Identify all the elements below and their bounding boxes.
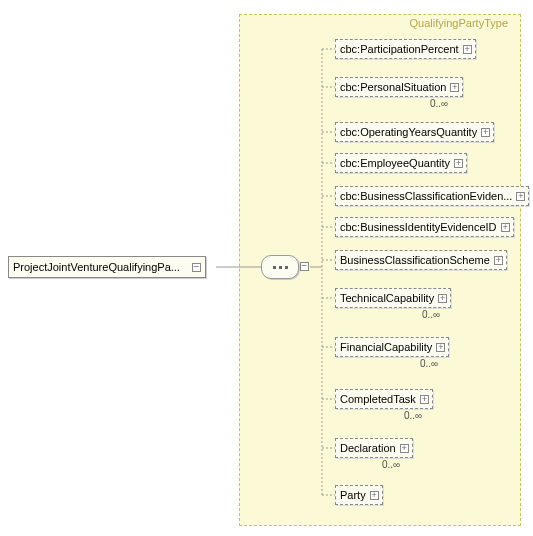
element-label: cbc:OperatingYearsQuantity <box>340 126 477 138</box>
cardinality-label: 0..∞ <box>430 98 448 109</box>
expand-icon[interactable] <box>463 45 472 54</box>
element-label: CompletedTask <box>340 393 416 405</box>
cardinality-label: 0..∞ <box>382 459 400 470</box>
root-collapse-icon[interactable] <box>192 263 201 272</box>
sequence-compositor[interactable] <box>261 255 299 279</box>
element-technical-capability[interactable]: TechnicalCapability <box>335 288 451 308</box>
expand-icon[interactable] <box>420 395 429 404</box>
element-label: Declaration <box>340 442 396 454</box>
element-business-classification-evidence[interactable]: cbc:BusinessClassificationEviden... <box>335 186 529 206</box>
element-label: cbc:ParticipationPercent <box>340 43 459 55</box>
root-element-node[interactable]: ProjectJointVentureQualifyingPa... <box>8 256 206 278</box>
expand-icon[interactable] <box>400 444 409 453</box>
element-label: TechnicalCapability <box>340 292 434 304</box>
element-label: cbc:EmployeeQuantity <box>340 157 450 169</box>
expand-icon[interactable] <box>454 159 463 168</box>
expand-icon[interactable] <box>494 256 503 265</box>
element-completed-task[interactable]: CompletedTask <box>335 389 433 409</box>
element-label: cbc:BusinessIdentityEvidenceID <box>340 221 497 233</box>
element-business-identity-evidence-id[interactable]: cbc:BusinessIdentityEvidenceID <box>335 217 514 237</box>
cardinality-label: 0..∞ <box>422 309 440 320</box>
element-declaration[interactable]: Declaration <box>335 438 413 458</box>
expand-icon[interactable] <box>481 128 490 137</box>
expand-icon[interactable] <box>450 83 459 92</box>
type-container-label: QualifyingPartyType <box>406 13 512 33</box>
element-participation-percent[interactable]: cbc:ParticipationPercent <box>335 39 476 59</box>
element-personal-situation[interactable]: cbc:PersonalSituation <box>335 77 463 97</box>
element-label: BusinessClassificationScheme <box>340 254 490 266</box>
sequence-dots-icon <box>273 266 288 269</box>
element-label: Party <box>340 489 366 501</box>
cardinality-label: 0..∞ <box>404 410 422 421</box>
expand-icon[interactable] <box>516 192 525 201</box>
element-operating-years-quantity[interactable]: cbc:OperatingYearsQuantity <box>335 122 494 142</box>
element-label: cbc:PersonalSituation <box>340 81 446 93</box>
element-label: cbc:BusinessClassificationEviden... <box>340 190 512 202</box>
root-element-label: ProjectJointVentureQualifyingPa... <box>13 261 192 273</box>
element-business-classification-scheme[interactable]: BusinessClassificationScheme <box>335 250 507 270</box>
expand-icon[interactable] <box>436 343 445 352</box>
expand-icon[interactable] <box>438 294 447 303</box>
sequence-collapse-icon[interactable] <box>300 262 309 271</box>
element-party[interactable]: Party <box>335 485 383 505</box>
cardinality-label: 0..∞ <box>420 358 438 369</box>
element-employee-quantity[interactable]: cbc:EmployeeQuantity <box>335 153 467 173</box>
element-financial-capability[interactable]: FinancialCapability <box>335 337 449 357</box>
expand-icon[interactable] <box>370 491 379 500</box>
element-label: FinancialCapability <box>340 341 432 353</box>
expand-icon[interactable] <box>501 223 510 232</box>
